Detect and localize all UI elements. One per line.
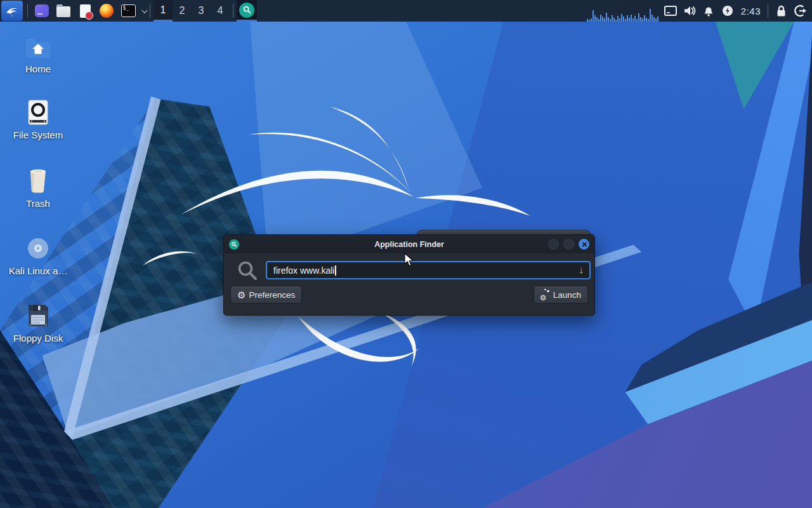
tray-display[interactable] xyxy=(661,0,680,22)
logout-icon xyxy=(794,4,807,17)
tray-logout[interactable] xyxy=(790,0,809,22)
titlebar[interactable]: Application Finder xyxy=(224,235,594,253)
workspace-label: 3 xyxy=(199,5,204,17)
launch-button-label: Launch xyxy=(553,290,581,300)
desktop-icon-home[interactable]: Home xyxy=(8,36,69,74)
dropdown-arrow-icon[interactable]: ↓ xyxy=(579,264,584,275)
file-manager-icon xyxy=(56,6,70,17)
desktop-icon-label: File System xyxy=(8,130,69,140)
tray-volume[interactable] xyxy=(680,0,699,22)
desktop-icon-label: Trash xyxy=(8,198,69,209)
close-button[interactable] xyxy=(579,239,589,250)
panel-separator xyxy=(768,4,768,18)
gear-icon: ⚙ xyxy=(237,290,246,300)
panel-clock[interactable]: 2:43 xyxy=(737,6,764,17)
workspace-button-1[interactable]: 1 xyxy=(154,0,173,22)
trash-icon xyxy=(25,168,51,194)
volume-icon xyxy=(683,5,696,17)
launcher-firefox[interactable] xyxy=(96,0,117,22)
desktop-icon-trash[interactable]: Trash xyxy=(8,168,69,209)
floppy-disk-icon xyxy=(25,302,51,329)
workspace-button-3[interactable]: 3 xyxy=(192,0,211,22)
preferences-button[interactable]: ⚙ Preferences xyxy=(230,286,302,304)
window-title: Application Finder xyxy=(224,240,594,249)
power-manager-icon xyxy=(722,5,733,17)
launcher-text-editor[interactable] xyxy=(74,0,96,22)
workspace-label: 2 xyxy=(180,5,185,17)
minimize-button[interactable] xyxy=(548,239,559,250)
kali-menu-button[interactable] xyxy=(1,1,23,21)
workspace-label: 1 xyxy=(160,4,166,16)
desktop-icon-label: Home xyxy=(8,64,69,74)
application-finder-window: Application Finder firefox www.kali ↓ ⚙ … xyxy=(223,234,595,316)
workspace-button-2[interactable]: 2 xyxy=(173,0,192,22)
workspace-label: 4 xyxy=(218,5,223,17)
app-finder-icon xyxy=(239,3,254,18)
mouse-cursor xyxy=(404,253,414,267)
desktop-icon-label: Floppy Disk xyxy=(8,333,69,344)
panel-separator xyxy=(150,4,150,18)
tray-lock-screen[interactable] xyxy=(771,0,790,22)
search-input[interactable]: firefox www.kali ↓ xyxy=(266,261,591,279)
bell-icon xyxy=(703,5,714,17)
desktop-icon-file-system[interactable]: File System xyxy=(8,99,69,140)
launch-icon: ⚙ xyxy=(540,290,550,300)
top-panel: $_ 1 2 3 4 2: xyxy=(0,0,812,22)
desktop-icon-kali-linux[interactable]: Kali Linux a… xyxy=(8,235,69,276)
text-editor-icon xyxy=(80,4,91,18)
preferences-button-label: Preferences xyxy=(249,290,295,300)
maximize-button[interactable] xyxy=(563,239,574,250)
launcher-window-app[interactable] xyxy=(31,0,53,22)
cpu-graph[interactable] xyxy=(586,5,661,22)
launcher-terminal[interactable]: $_ xyxy=(117,0,139,22)
launch-button[interactable]: ⚙ Launch xyxy=(534,286,588,304)
tray-notifications[interactable] xyxy=(699,0,718,22)
panel-separator xyxy=(233,4,233,18)
display-icon xyxy=(664,6,677,16)
cdrom-disc-icon xyxy=(25,235,51,262)
home-folder-icon xyxy=(25,36,51,60)
desktop-icon-floppy-disk[interactable]: Floppy Disk xyxy=(8,302,69,344)
text-caret xyxy=(335,265,336,276)
lock-icon xyxy=(776,5,787,17)
workspace-button-4[interactable]: 4 xyxy=(211,0,230,22)
desktop-icon-label: Kali Linux a… xyxy=(8,265,69,276)
panel-separator xyxy=(27,4,28,18)
launcher-file-manager[interactable] xyxy=(53,0,74,22)
window-app-icon xyxy=(35,4,49,17)
terminal-icon: $_ xyxy=(121,4,136,17)
terminal-dropdown-button[interactable] xyxy=(139,0,147,22)
search-icon xyxy=(237,260,258,281)
firefox-icon xyxy=(100,4,114,18)
tray-power-manager[interactable] xyxy=(718,0,737,22)
chevron-down-icon xyxy=(140,8,147,14)
search-input-value: firefox www.kali xyxy=(273,265,334,276)
hard-drive-icon xyxy=(25,99,51,126)
taskbar-application-finder[interactable] xyxy=(237,0,257,22)
kali-dragon-icon xyxy=(4,3,20,18)
